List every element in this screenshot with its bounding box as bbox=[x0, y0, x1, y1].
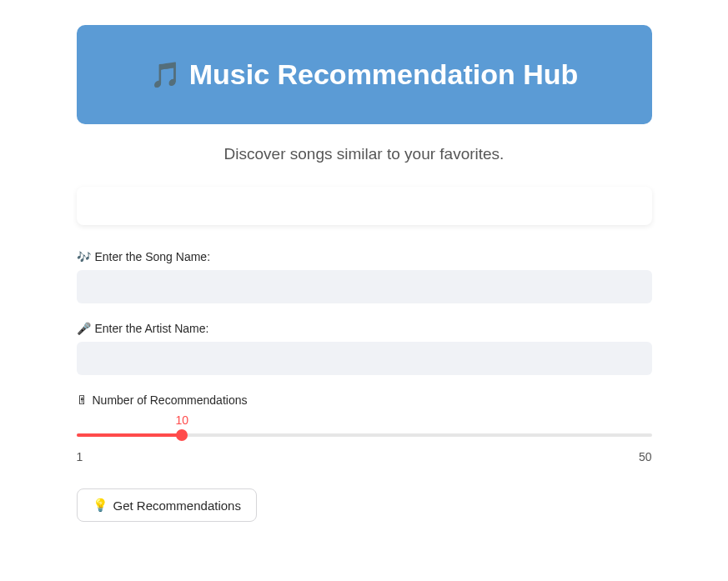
slider-range: 1 50 bbox=[77, 450, 652, 463]
slider-track[interactable] bbox=[77, 430, 652, 440]
slider-icon: 🎚 bbox=[77, 393, 88, 407]
song-label: 🎶 Enter the Song Name: bbox=[77, 250, 652, 263]
title-text: Music Recommendation Hub bbox=[189, 58, 579, 91]
mic-icon: 🎤 bbox=[77, 322, 91, 335]
slider-max: 50 bbox=[639, 450, 652, 463]
slider-value-text: 10 bbox=[175, 413, 188, 427]
artist-label: 🎤 Enter the Artist Name: bbox=[77, 322, 652, 335]
slider-value-display: 10 bbox=[77, 413, 652, 428]
artist-input[interactable] bbox=[77, 342, 652, 375]
song-field-group: 🎶 Enter the Song Name: bbox=[77, 250, 652, 303]
notes-icon: 🎶 bbox=[77, 250, 91, 263]
slider-thumb[interactable] bbox=[176, 429, 188, 441]
button-label: Get Recommendations bbox=[113, 498, 241, 513]
get-recommendations-button[interactable]: 💡 Get Recommendations bbox=[77, 488, 257, 522]
header-banner: 🎵 Music Recommendation Hub bbox=[77, 25, 652, 124]
artist-label-text: Enter the Artist Name: bbox=[95, 322, 209, 335]
music-note-icon: 🎵 bbox=[150, 60, 181, 89]
recommendations-slider-group: 🎚 Number of Recommendations 10 1 50 bbox=[77, 393, 652, 463]
song-label-text: Enter the Song Name: bbox=[95, 250, 211, 263]
bulb-icon: 💡 bbox=[93, 498, 108, 513]
subtitle: Discover songs similar to your favorites… bbox=[77, 145, 652, 163]
page-title: 🎵 Music Recommendation Hub bbox=[150, 58, 579, 91]
song-input[interactable] bbox=[77, 270, 652, 303]
slider-label: 🎚 Number of Recommendations bbox=[77, 393, 652, 407]
slider-min: 1 bbox=[77, 450, 83, 463]
slider-label-text: Number of Recommendations bbox=[93, 393, 248, 407]
content-card bbox=[77, 187, 652, 225]
slider-fill bbox=[77, 433, 183, 437]
artist-field-group: 🎤 Enter the Artist Name: bbox=[77, 322, 652, 375]
